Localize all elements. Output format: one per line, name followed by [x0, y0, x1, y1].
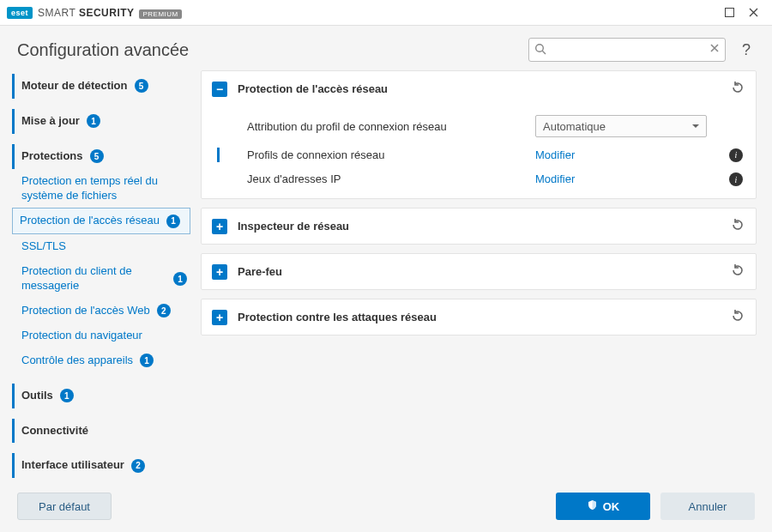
sidebar-item-badge: 1 — [140, 354, 154, 367]
sidebar-item-protections[interactable]: Protections 5 — [12, 144, 190, 169]
select-value: Automatique — [543, 120, 606, 133]
brand-text: SMART SECURITY PREMIUM — [38, 7, 182, 19]
brand-text-1: SMART — [38, 7, 75, 19]
sidebar-item-realtime-fs[interactable]: Protection en temps réel du système de f… — [12, 169, 190, 209]
sidebar-item-label: Protection du navigateur — [21, 329, 142, 343]
square-icon — [725, 8, 734, 17]
header: Configuration avancée ? — [0, 26, 772, 70]
row-connection-profiles: Profils de connexion réseau Modifier i — [202, 142, 756, 167]
panel-firewall: + Pare-feu — [201, 253, 757, 290]
search-clear-button[interactable] — [709, 42, 721, 57]
row-profile-assignment: Attribution du profil de connexion résea… — [202, 110, 756, 142]
panel-reset-button[interactable] — [730, 217, 745, 235]
brand: eset SMART SECURITY PREMIUM — [7, 7, 182, 19]
panel-reset-button[interactable] — [730, 308, 745, 326]
undo-icon — [730, 263, 745, 278]
sidebar-item-badge: 2 — [131, 459, 145, 473]
sidebar-item-badge: 2 — [157, 304, 171, 317]
search-box — [528, 38, 726, 62]
brand-logo: eset — [7, 7, 33, 19]
sidebar-item-label: Protection de l'accès réseau — [20, 214, 160, 228]
search-input[interactable] — [528, 38, 726, 62]
window-close-button[interactable] — [741, 1, 765, 25]
sidebar-item-browser[interactable]: Protection du navigateur — [12, 323, 190, 348]
panel-network-attacks: + Protection contre les attaques réseau — [201, 299, 757, 336]
footer: Par défaut OK Annuler — [0, 482, 772, 530]
ok-button-label: OK — [603, 500, 620, 513]
titlebar: eset SMART SECURITY PREMIUM — [0, 0, 772, 26]
cancel-button[interactable]: Annuler — [660, 493, 755, 520]
info-icon[interactable]: i — [729, 148, 743, 162]
sidebar-item-detection-engine[interactable]: Moteur de détection 5 — [12, 74, 190, 99]
panel-head-network-inspector[interactable]: + Inspecteur de réseau — [202, 209, 756, 244]
sidebar-item-update[interactable]: Mise à jour 1 — [12, 109, 190, 134]
panel-reset-button[interactable] — [730, 80, 745, 98]
panel-title: Pare-feu — [238, 265, 720, 278]
row-label: Jeux d'adresses IP — [235, 172, 527, 185]
brand-text-2: SECURITY — [79, 7, 135, 19]
row-ip-sets: Jeux d'adresses IP Modifier i — [202, 167, 756, 192]
panel-title: Protection contre les attaques réseau — [238, 311, 720, 323]
sidebar-item-mail-client[interactable]: Protection du client de messagerie 1 — [12, 259, 190, 299]
undo-icon — [730, 217, 745, 233]
sidebar-item-label: Protection du client de messagerie — [21, 264, 166, 293]
row-label: Profils de connexion réseau — [235, 148, 527, 161]
close-icon — [749, 8, 758, 17]
panel-head-firewall[interactable]: + Pare-feu — [202, 254, 756, 289]
sidebar-item-ssl-tls[interactable]: SSL/TLS — [12, 234, 190, 259]
expand-icon: + — [212, 264, 227, 280]
expand-icon: + — [212, 310, 227, 325]
svg-line-2 — [542, 51, 546, 54]
profile-assignment-select[interactable]: Automatique — [535, 115, 707, 137]
undo-icon — [730, 80, 745, 95]
help-button[interactable]: ? — [738, 41, 755, 59]
edit-profiles-link[interactable]: Modifier — [535, 148, 575, 161]
panel-title: Inspecteur de réseau — [238, 220, 720, 233]
sidebar-item-label: Protections — [21, 149, 83, 164]
panel-title: Protection de l'accès réseau — [238, 82, 720, 95]
sidebar-item-badge: 5 — [90, 149, 104, 163]
sidebar: Moteur de détection 5 Mise à jour 1 Prot… — [12, 70, 192, 482]
svg-rect-0 — [725, 9, 733, 17]
sidebar-item-badge: 1 — [173, 272, 187, 286]
sidebar-item-label: Outils — [21, 389, 53, 403]
sidebar-item-badge: 1 — [166, 215, 180, 228]
sidebar-item-tools[interactable]: Outils 1 — [12, 384, 190, 408]
sidebar-item-label: SSL/TLS — [21, 239, 66, 254]
default-button[interactable]: Par défaut — [17, 493, 112, 520]
sidebar-item-label: Contrôle des appareils — [21, 354, 133, 368]
ok-button[interactable]: OK — [556, 493, 650, 520]
close-icon — [709, 42, 721, 54]
brand-badge: PREMIUM — [139, 9, 181, 19]
window-maximize-button[interactable] — [717, 1, 741, 25]
svg-point-1 — [536, 45, 544, 52]
collapse-icon: − — [212, 82, 227, 97]
sidebar-item-badge: 1 — [87, 114, 100, 128]
panel-reset-button[interactable] — [730, 263, 745, 281]
sidebar-item-ui[interactable]: Interface utilisateur 2 — [12, 453, 190, 478]
panel-head-network-attacks[interactable]: + Protection contre les attaques réseau — [202, 299, 756, 335]
panel-network-access: − Protection de l'accès réseau Attributi… — [201, 70, 757, 199]
sidebar-item-badge: 1 — [60, 389, 74, 402]
search-icon — [534, 43, 546, 57]
sidebar-item-label: Interface utilisateur — [21, 458, 124, 473]
sidebar-item-label: Connectivité — [21, 424, 88, 438]
panel-head-network-access[interactable]: − Protection de l'accès réseau — [202, 71, 756, 106]
sidebar-item-label: Protection de l'accès Web — [21, 304, 150, 318]
sidebar-item-connectivity[interactable]: Connectivité — [12, 419, 190, 444]
content: − Protection de l'accès réseau Attributi… — [201, 70, 760, 482]
info-icon[interactable]: i — [729, 172, 743, 186]
sidebar-item-label: Mise à jour — [21, 114, 80, 129]
sidebar-item-device-control[interactable]: Contrôle des appareils 1 — [12, 348, 190, 373]
sidebar-item-web-access[interactable]: Protection de l'accès Web 2 — [12, 299, 190, 323]
panel-network-inspector: + Inspecteur de réseau — [201, 208, 757, 245]
sidebar-item-label: Moteur de détection — [21, 79, 128, 94]
page-title: Configuration avancée — [17, 40, 189, 60]
undo-icon — [730, 308, 745, 323]
sidebar-item-label: Protection en temps réel du système de f… — [21, 174, 187, 203]
sidebar-item-network-access[interactable]: Protection de l'accès réseau 1 — [12, 208, 190, 234]
shield-icon — [587, 499, 598, 513]
expand-icon: + — [212, 219, 227, 234]
sidebar-item-badge: 5 — [135, 79, 148, 93]
edit-ipsets-link[interactable]: Modifier — [535, 172, 575, 185]
